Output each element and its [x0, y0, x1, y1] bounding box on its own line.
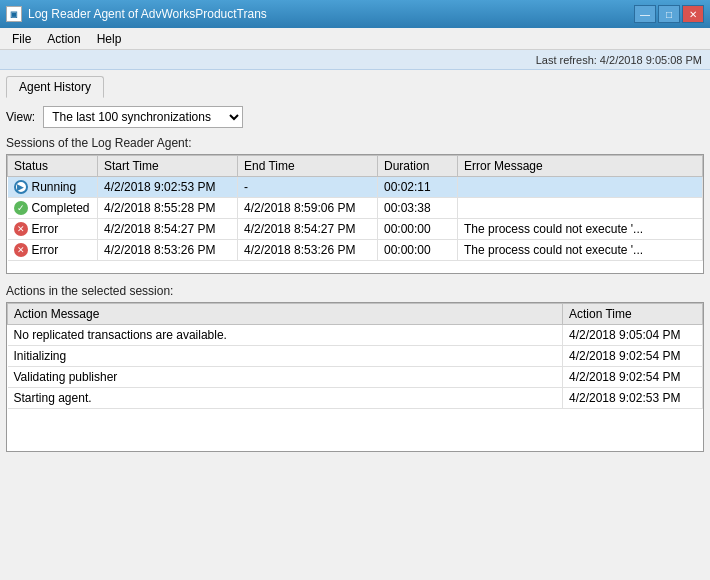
status-icon: ✕ — [14, 222, 28, 236]
session-errormsg — [458, 198, 703, 219]
col-header-status: Status — [8, 156, 98, 177]
actions-table: Action Message Action Time No replicated… — [7, 303, 703, 409]
session-endtime: 4/2/2018 8:53:26 PM — [238, 240, 378, 261]
window-controls: — □ ✕ — [634, 5, 704, 23]
session-endtime: 4/2/2018 8:54:27 PM — [238, 219, 378, 240]
session-endtime: 4/2/2018 8:59:06 PM — [238, 198, 378, 219]
app-icon: ▣ — [6, 6, 22, 22]
status-bar: Last refresh: 4/2/2018 9:05:08 PM — [0, 50, 710, 70]
actions-section-label: Actions in the selected session: — [6, 284, 704, 298]
session-duration: 00:00:00 — [378, 219, 458, 240]
last-refresh-text: Last refresh: 4/2/2018 9:05:08 PM — [536, 54, 702, 66]
table-row[interactable]: ✕Error4/2/2018 8:54:27 PM4/2/2018 8:54:2… — [8, 219, 703, 240]
table-row: Initializing4/2/2018 9:02:54 PM — [8, 346, 703, 367]
actions-table-container: Action Message Action Time No replicated… — [6, 302, 704, 452]
table-row: Validating publisher4/2/2018 9:02:54 PM — [8, 367, 703, 388]
menu-help[interactable]: Help — [89, 30, 130, 48]
table-row[interactable]: ✕Error4/2/2018 8:53:26 PM4/2/2018 8:53:2… — [8, 240, 703, 261]
close-button[interactable]: ✕ — [682, 5, 704, 23]
table-row: No replicated transactions are available… — [8, 325, 703, 346]
main-content: Agent History View: The last 100 synchro… — [0, 70, 710, 580]
session-errormsg — [458, 177, 703, 198]
status-text: Error — [32, 222, 59, 236]
col-header-actionmsg: Action Message — [8, 304, 563, 325]
col-header-endtime: End Time — [238, 156, 378, 177]
col-header-duration: Duration — [378, 156, 458, 177]
action-message: Initializing — [8, 346, 563, 367]
action-time: 4/2/2018 9:05:04 PM — [563, 325, 703, 346]
session-errormsg: The process could not execute '... — [458, 240, 703, 261]
maximize-button[interactable]: □ — [658, 5, 680, 23]
session-endtime: - — [238, 177, 378, 198]
title-bar: ▣ Log Reader Agent of AdvWorksProductTra… — [0, 0, 710, 28]
session-status-cell: ✕Error — [8, 240, 98, 261]
session-starttime: 4/2/2018 8:54:27 PM — [98, 219, 238, 240]
session-errormsg: The process could not execute '... — [458, 219, 703, 240]
action-message: Starting agent. — [8, 388, 563, 409]
tab-agent-history[interactable]: Agent History — [6, 76, 104, 98]
session-status-cell: ▶Running — [8, 177, 98, 198]
status-icon: ✕ — [14, 243, 28, 257]
window-title: Log Reader Agent of AdvWorksProductTrans — [28, 7, 267, 21]
menu-bar: File Action Help — [0, 28, 710, 50]
view-select[interactable]: The last 100 synchronizationsThe last 50… — [43, 106, 243, 128]
status-text: Error — [32, 243, 59, 257]
sessions-table: Status Start Time End Time Duration Erro… — [7, 155, 703, 261]
action-message: No replicated transactions are available… — [8, 325, 563, 346]
minimize-button[interactable]: — — [634, 5, 656, 23]
menu-action[interactable]: Action — [39, 30, 88, 48]
view-row: View: The last 100 synchronizationsThe l… — [6, 106, 704, 128]
action-time: 4/2/2018 9:02:54 PM — [563, 367, 703, 388]
status-text: Running — [32, 180, 77, 194]
status-text: Completed — [32, 201, 90, 215]
session-starttime: 4/2/2018 9:02:53 PM — [98, 177, 238, 198]
session-status-cell: ✕Error — [8, 219, 98, 240]
table-row[interactable]: ✓Completed4/2/2018 8:55:28 PM4/2/2018 8:… — [8, 198, 703, 219]
table-row[interactable]: ▶Running4/2/2018 9:02:53 PM-00:02:11 — [8, 177, 703, 198]
session-duration: 00:02:11 — [378, 177, 458, 198]
action-time: 4/2/2018 9:02:53 PM — [563, 388, 703, 409]
action-message: Validating publisher — [8, 367, 563, 388]
status-icon: ✓ — [14, 201, 28, 215]
view-label: View: — [6, 110, 35, 124]
tab-bar: Agent History — [6, 76, 704, 98]
sessions-table-container[interactable]: Status Start Time End Time Duration Erro… — [6, 154, 704, 274]
col-header-starttime: Start Time — [98, 156, 238, 177]
session-duration: 00:00:00 — [378, 240, 458, 261]
table-row: Starting agent.4/2/2018 9:02:53 PM — [8, 388, 703, 409]
session-duration: 00:03:38 — [378, 198, 458, 219]
session-status-cell: ✓Completed — [8, 198, 98, 219]
status-icon: ▶ — [14, 180, 28, 194]
menu-file[interactable]: File — [4, 30, 39, 48]
sessions-section-label: Sessions of the Log Reader Agent: — [6, 136, 704, 150]
col-header-errormsg: Error Message — [458, 156, 703, 177]
session-starttime: 4/2/2018 8:53:26 PM — [98, 240, 238, 261]
session-starttime: 4/2/2018 8:55:28 PM — [98, 198, 238, 219]
action-time: 4/2/2018 9:02:54 PM — [563, 346, 703, 367]
col-header-actiontime: Action Time — [563, 304, 703, 325]
